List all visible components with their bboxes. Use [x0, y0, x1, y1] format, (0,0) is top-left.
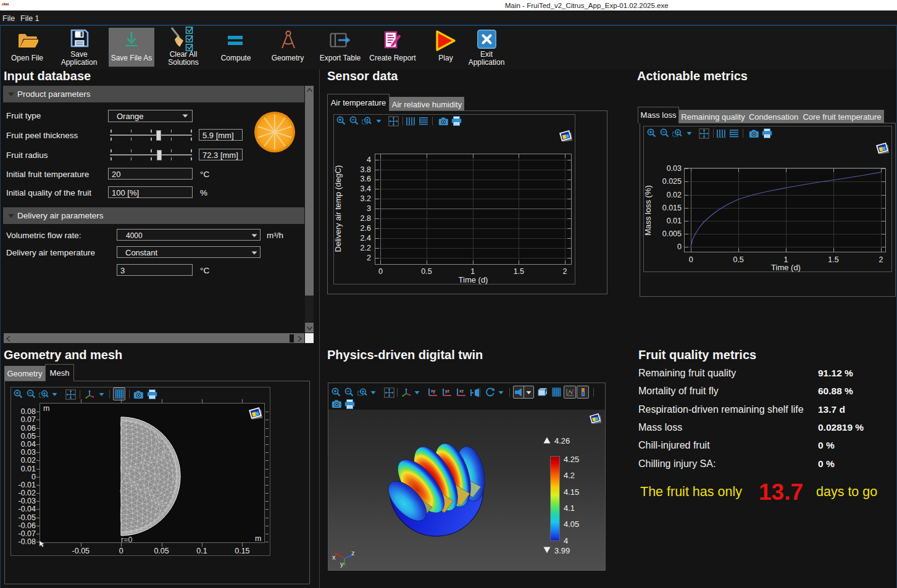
svg-text:xy: xy	[431, 389, 436, 394]
svg-text:y: y	[340, 560, 344, 568]
svg-text:x: x	[332, 553, 336, 561]
svg-text:xz: xz	[459, 389, 464, 393]
svg-text:yz: yz	[445, 389, 450, 394]
svg-text:z: z	[351, 551, 355, 557]
